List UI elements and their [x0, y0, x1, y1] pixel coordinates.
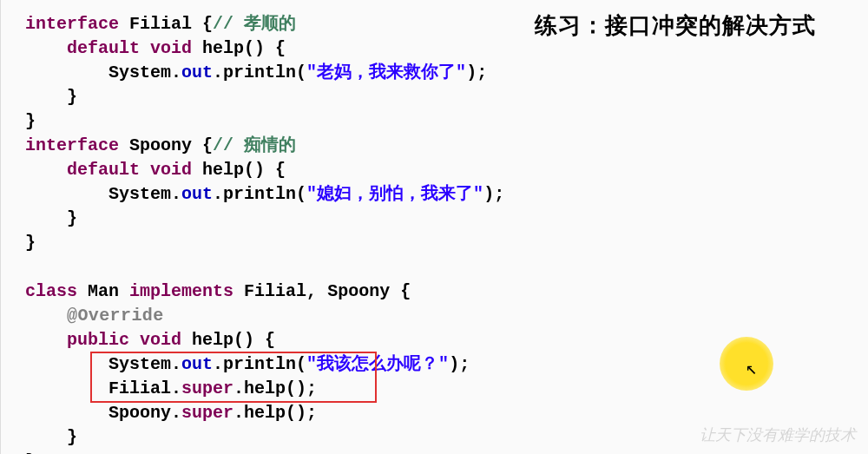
interface2-comment: // 痴情的	[213, 135, 296, 155]
string-literal-1: "老妈，我来救你了"	[306, 63, 466, 82]
kw-super: super	[181, 378, 233, 398]
method-help: help	[202, 38, 244, 58]
println-call: println	[223, 184, 296, 204]
string-literal-3: "我该怎么办呢？"	[306, 354, 449, 374]
implements-list: Filial, Spoony	[244, 281, 390, 301]
watermark-text: 让天下没有难学的技术	[700, 423, 856, 447]
kw-default: default	[67, 160, 140, 180]
method-help: help	[202, 160, 244, 180]
super-call-2-type: Spoony	[108, 403, 171, 423]
kw-super: super	[181, 403, 233, 423]
override-annotation: @Override	[67, 306, 164, 326]
string-literal-2: "媳妇，别怕，我来了"	[306, 184, 483, 204]
interface1-comment: // 孝顺的	[213, 14, 296, 34]
kw-void: void	[150, 38, 192, 58]
class-name: Man	[88, 281, 119, 301]
code-block: interface Filial {// 孝顺的 default void he…	[1, 0, 868, 454]
system-ref: System	[108, 184, 171, 204]
out-field: out	[181, 184, 213, 204]
kw-implements: implements	[129, 281, 233, 301]
kw-default: default	[67, 38, 140, 58]
println-call: println	[223, 63, 296, 82]
super-call-1-method: help	[244, 378, 286, 398]
kw-interface: interface	[25, 135, 119, 155]
system-ref: System	[108, 63, 171, 82]
super-call-2-method: help	[244, 403, 286, 423]
out-field: out	[181, 354, 213, 374]
println-call: println	[223, 354, 296, 374]
system-ref: System	[108, 354, 171, 374]
interface1-name: Filial	[129, 14, 192, 34]
kw-interface: interface	[25, 14, 119, 34]
super-call-1-type: Filial	[108, 378, 171, 398]
slide-title: 练习：接口冲突的解决方式	[535, 14, 816, 38]
interface2-name: Spoony	[129, 135, 192, 155]
kw-class: class	[25, 281, 77, 301]
kw-public: public	[67, 330, 129, 350]
kw-void: void	[140, 330, 181, 350]
out-field: out	[181, 63, 213, 82]
method-help: help	[192, 330, 233, 350]
kw-void: void	[150, 160, 192, 180]
